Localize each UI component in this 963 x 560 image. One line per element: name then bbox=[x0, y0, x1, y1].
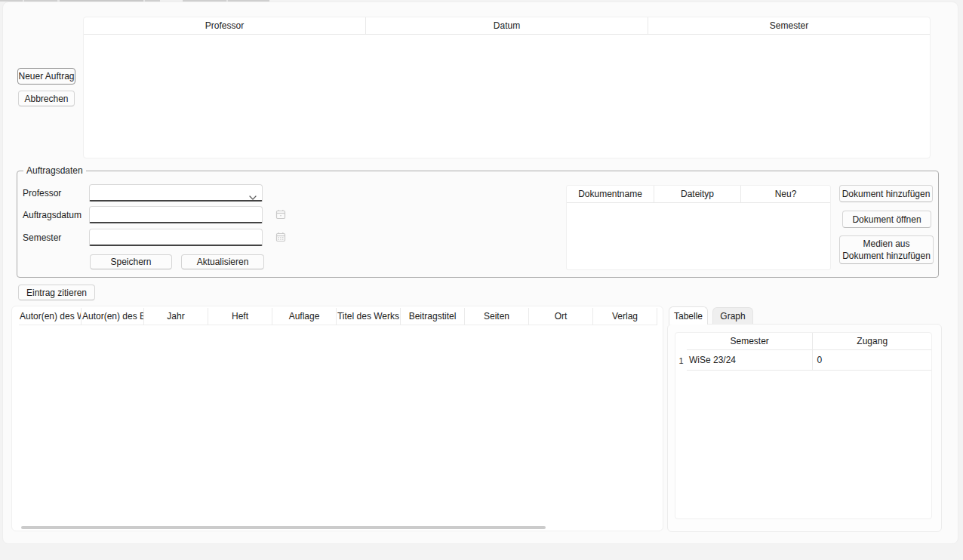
documents-table-body bbox=[567, 203, 830, 269]
orders-table-header: Professor Datum Semester bbox=[84, 17, 930, 35]
documents-column-new[interactable]: Neu? bbox=[741, 186, 830, 202]
stats-column-zugang[interactable]: Zugang bbox=[813, 333, 931, 350]
semester-label: Semester bbox=[23, 232, 61, 243]
order-date-field[interactable] bbox=[89, 206, 263, 223]
documents-column-filetype[interactable]: Dateityp bbox=[654, 186, 741, 202]
semester-field[interactable] bbox=[89, 229, 263, 246]
calendar-icon bbox=[275, 232, 286, 245]
cell-semester[interactable]: WiSe 23/24 bbox=[687, 350, 814, 371]
professor-label: Professor bbox=[23, 188, 61, 198]
entries-column-contribution-authors[interactable]: Autor(en) des Beitrags bbox=[82, 308, 144, 325]
semester-input[interactable] bbox=[90, 229, 262, 245]
add-media-from-document-button[interactable]: Medien aus Dokument hinzufügen bbox=[839, 235, 934, 264]
entries-column-pages[interactable]: Seiten bbox=[465, 308, 529, 325]
documents-column-name[interactable]: Dokumentname bbox=[567, 186, 654, 202]
open-document-button[interactable]: Dokument öffnen bbox=[842, 211, 931, 228]
refresh-button[interactable]: Aktualisieren bbox=[181, 254, 264, 269]
app-window: Professor Datum Semester Neuer Auftrag A… bbox=[0, 0, 963, 560]
professor-combobox[interactable] bbox=[89, 184, 263, 202]
orders-column-datum[interactable]: Datum bbox=[366, 17, 648, 34]
entries-column-contribution-title[interactable]: Beitragstitel bbox=[401, 308, 465, 325]
stats-column-semester[interactable]: Semester bbox=[687, 333, 814, 350]
chevron-down-icon bbox=[249, 190, 257, 204]
horizontal-scrollbar-thumb[interactable] bbox=[21, 526, 546, 529]
professor-combobox-input[interactable] bbox=[90, 185, 262, 200]
entries-column-publisher[interactable]: Verlag bbox=[593, 308, 657, 325]
entries-table-header: Autor(en) des Werks Autor(en) des Beitra… bbox=[19, 308, 657, 325]
groupbox-legend: Auftragsdaten bbox=[23, 165, 86, 177]
tab-graph[interactable]: Graph bbox=[712, 307, 753, 325]
add-document-button[interactable]: Dokument hinzufügen bbox=[839, 185, 933, 202]
entries-column-edition[interactable]: Auflage bbox=[272, 308, 337, 325]
orders-column-professor[interactable]: Professor bbox=[84, 17, 366, 34]
new-order-button[interactable]: Neuer Auftrag bbox=[17, 68, 75, 85]
documents-table-header: Dokumentname Dateityp Neu? bbox=[567, 186, 830, 203]
save-button[interactable]: Speichern bbox=[90, 254, 172, 269]
semester-picker-button[interactable] bbox=[274, 231, 288, 245]
order-date-label: Auftragsdatum bbox=[23, 210, 82, 220]
entries-column-work-authors[interactable]: Autor(en) des Werks bbox=[19, 308, 82, 325]
tab-tabelle[interactable]: Tabelle bbox=[669, 306, 708, 325]
cite-entry-button[interactable]: Eintrag zitieren bbox=[18, 285, 95, 300]
table-row[interactable]: 1 WiSe 23/24 0 bbox=[675, 350, 931, 371]
order-date-input[interactable] bbox=[90, 207, 262, 222]
entries-table: Autor(en) des Werks Autor(en) des Beitra… bbox=[11, 306, 663, 531]
order-date-picker-button[interactable] bbox=[274, 208, 288, 222]
row-index: 1 bbox=[675, 350, 687, 371]
window-top-edge bbox=[0, 0, 272, 2]
documents-table: Dokumentname Dateityp Neu? bbox=[566, 185, 831, 270]
cancel-button[interactable]: Abbrechen bbox=[18, 91, 75, 106]
stats-table-header: Semester Zugang bbox=[675, 333, 931, 350]
entries-column-place[interactable]: Ort bbox=[529, 308, 593, 325]
calendar-icon bbox=[275, 209, 286, 222]
orders-table: Professor Datum Semester bbox=[83, 17, 931, 158]
cell-zugang[interactable]: 0 bbox=[813, 350, 931, 371]
entries-column-issue[interactable]: Heft bbox=[208, 308, 272, 325]
entries-column-year[interactable]: Jahr bbox=[144, 308, 208, 325]
stats-row-header-gutter bbox=[675, 333, 687, 350]
orders-column-semester[interactable]: Semester bbox=[648, 17, 930, 34]
entries-column-work-title[interactable]: Titel des Werks bbox=[337, 308, 401, 325]
stats-table: Semester Zugang 1 WiSe 23/24 0 bbox=[675, 332, 932, 519]
orders-table-body bbox=[84, 35, 930, 158]
